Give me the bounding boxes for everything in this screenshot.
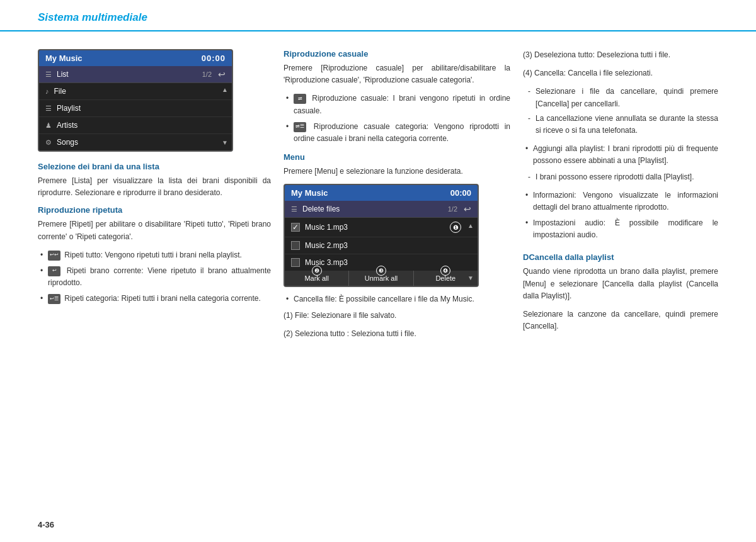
ui-playlist-row[interactable]: ☰ Playlist ▲	[39, 100, 232, 117]
unmark-all-btn[interactable]: ❸ Unmark all	[349, 271, 413, 286]
unmark-all-num: ❸	[376, 266, 386, 276]
ui-songs-row[interactable]: ⚙ Songs ▼	[39, 134, 232, 150]
tab-list-label: List	[57, 70, 202, 79]
numbered-1: (1) File: Selezionare il file salvato.	[284, 310, 510, 322]
file-icon: ♪	[45, 88, 49, 95]
right-bullet-audio-text: Impostazioni audio: È possibile modifica…	[533, 218, 718, 239]
right-sub1: Selezionare i file da cancellare, quindi…	[523, 86, 718, 110]
delete-btn[interactable]: ❹ Delete	[414, 271, 478, 286]
ui-list-tab[interactable]: ☰ List 1/2 ↩	[39, 66, 232, 83]
mid-section-title-1: Riproduzione casuale	[284, 49, 510, 59]
scroll-up2-arrow[interactable]: ▲	[467, 221, 474, 230]
ui2-time: 00:00	[450, 188, 471, 198]
ui2-footer: ❷ Mark all ❸ Unmark all ❹ Delete	[285, 271, 478, 286]
bullet-3-text: Ripeti categoria: Ripeti tutti i brani n…	[64, 294, 261, 303]
mid-bullet-1-text: Riproduzione casuale: I brani vengono ri…	[294, 94, 510, 115]
right-sub2: La cancellazione viene annullata se dura…	[523, 113, 718, 137]
bullet-1: ↩↩ Ripeti tutto: Vengono ripetuti tutti …	[38, 249, 271, 261]
tab-page-num: 1/2	[202, 71, 212, 78]
right-section-text2: Selezionare la canzone da cancellare, qu…	[523, 308, 718, 332]
mid-section1-body: Premere [Riproduzione casuale] per abili…	[284, 62, 510, 86]
playlist-label: Playlist	[57, 104, 81, 113]
music2-label: Music 2.mp3	[305, 241, 461, 250]
section-title-2: Riproduzione ripetuta	[38, 205, 271, 215]
list-icon: ☰	[45, 71, 52, 79]
right-bullet-info-text: Informazioni: Vengono visualizzate le in…	[533, 191, 718, 212]
bullet-2: ↩ Ripeti brano corrente: Viene ripetuto …	[38, 265, 271, 289]
cancel-file-bullet: Cancella file: È possibile cancellare i …	[284, 293, 510, 305]
bullet-2-text: Ripeti brano corrente: Viene ripetuto il…	[48, 266, 271, 287]
songs-label: Songs	[57, 138, 78, 147]
page-title: Sistema multimediale	[38, 11, 147, 23]
bullet-1-text: Ripeti tutto: Vengono ripetuti tutti i b…	[64, 251, 242, 259]
artists-label: Artists	[57, 121, 77, 130]
ui-title: My Music	[45, 54, 83, 63]
right-column: (3) Deseleziona tutto: Deseleziona tutti…	[523, 49, 718, 346]
ui2-list-icon: ☰	[291, 205, 297, 213]
ui2-title: My Music	[291, 188, 328, 198]
shuffle-icon: ⇌	[294, 94, 306, 104]
ui2-delete-tab[interactable]: ☰ Delete files 1/2 ↩	[285, 201, 478, 218]
back-icon[interactable]: ↩	[218, 69, 226, 79]
right-sub-playlist: I brani possono essere riprodotti dalla …	[523, 171, 718, 183]
playlist-icon: ☰	[45, 104, 52, 113]
right-section-text1: Quando viene riprodotta un brano dalla p…	[523, 266, 718, 302]
page-number: 4-36	[38, 520, 54, 529]
repeat-all-icon: ↩↩	[48, 251, 60, 261]
mid-section-title-2: Menu	[284, 152, 510, 162]
artists-icon: ♟	[45, 121, 52, 130]
ui2-tab-label: Delete files	[302, 205, 448, 213]
right-numbered-4: (4) Cancella: Cancella i file selezionat…	[523, 67, 718, 79]
ui-screen-2: My Music 00:00 ☰ Delete files 1/2 ↩ ✓ Mu…	[284, 184, 479, 287]
section1-body: Premere [Lista] per visualizzare la list…	[38, 175, 271, 199]
right-bullet-audio: Impostazioni audio: È possibile modifica…	[523, 217, 718, 241]
music1-checkbox[interactable]: ✓	[291, 223, 300, 232]
numbered-2: (2) Seleziona tutto : Seleziona tutti i …	[284, 328, 510, 340]
repeat-one-icon: ↩	[48, 266, 60, 276]
songs-icon: ⚙	[45, 138, 52, 147]
right-numbered-3: (3) Deseleziona tutto: Deseleziona tutti…	[523, 49, 718, 61]
repeat-cat-icon: ↩☰	[48, 294, 60, 304]
right-bullet-info: Informazioni: Vengono visualizzate le in…	[523, 189, 718, 213]
cancel-file-text: Cancella file: È possibile cancellare i …	[294, 295, 474, 303]
page-header: Sistema multimediale	[0, 0, 756, 31]
mid-bullet-2: ⇌☰ Riproduzione casuale categoria: Vengo…	[284, 121, 510, 145]
music3-checkbox[interactable]	[291, 258, 300, 267]
ui2-music1-row[interactable]: ✓ Music 1.mp3 ❶ ▲	[285, 218, 478, 237]
ui-screen-header: My Music 00:00	[39, 50, 232, 66]
music1-num: ❶	[450, 222, 461, 233]
music1-label: Music 1.mp3	[305, 223, 446, 232]
mark-all-btn[interactable]: ❷ Mark all	[285, 271, 349, 286]
right-bullet-playlist-text: Aggiungi alla playlist: I brani riprodot…	[533, 144, 718, 165]
shuffle-cat-icon: ⇌☰	[294, 122, 306, 132]
mid-column: Riproduzione casuale Premere [Riproduzio…	[284, 49, 523, 346]
mid-section2-body: Premere [Menu] e selezionare la funzione…	[284, 166, 510, 178]
mark-all-num: ❷	[312, 266, 322, 276]
bullet-3: ↩☰ Ripeti categoria: Ripeti tutti i bran…	[38, 293, 271, 305]
section-title-1: Selezione dei brani da una lista	[38, 162, 271, 171]
ui-file-row[interactable]: ♪ File	[39, 83, 232, 100]
scroll-up-arrow[interactable]: ▲	[222, 85, 228, 94]
ui-screen-1: My Music 00:00 ☰ List 1/2 ↩ ♪ File ☰	[38, 49, 233, 152]
delete-num: ❹	[440, 266, 450, 276]
scroll-down-arrow[interactable]: ▼	[222, 138, 228, 147]
ui2-music2-row[interactable]: Music 2.mp3	[285, 237, 478, 254]
ui-artists-row[interactable]: ♟ Artists	[39, 117, 232, 134]
content-area: My Music 00:00 ☰ List 1/2 ↩ ♪ File ☰	[0, 31, 756, 359]
file-label: File	[54, 87, 66, 96]
mid-bullet-2-text: Riproduzione casuale categoria: Vengono …	[294, 122, 510, 143]
music2-checkbox[interactable]	[291, 241, 300, 250]
mid-bullet-1: ⇌ Riproduzione casuale: I brani vengono …	[284, 93, 510, 116]
section2-body: Premere [Ripeti] per abilitare o disabil…	[38, 218, 271, 242]
right-section-title: DCancella dalla playlist	[523, 252, 718, 262]
right-bullet-playlist: Aggiungi alla playlist: I brani riprodot…	[523, 143, 718, 167]
ui2-back-icon[interactable]: ↩	[464, 204, 471, 214]
ui-screen2-header: My Music 00:00	[285, 185, 478, 201]
ui-screen-rows: ☰ List 1/2 ↩ ♪ File ☰ Playlist ▲	[39, 66, 232, 150]
ui-time: 00:00	[202, 54, 226, 63]
ui-screen2-rows: ☰ Delete files 1/2 ↩ ✓ Music 1.mp3 ❶ ▲ M	[285, 201, 478, 286]
ui2-page-num: 1/2	[448, 205, 457, 213]
left-column: My Music 00:00 ☰ List 1/2 ↩ ♪ File ☰	[38, 49, 284, 346]
